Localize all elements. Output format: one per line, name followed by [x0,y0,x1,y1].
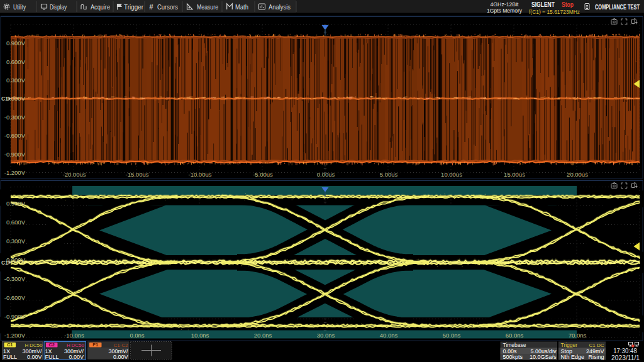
svg-text:10.0GSa/s: 10.0GSa/s [530,354,557,360]
svg-text:2023/11/1: 2023/11/1 [611,354,640,361]
svg-text:-0.900V: -0.900V [4,151,26,158]
svg-text:C2: C2 [48,342,55,348]
svg-text:Analysis: Analysis [269,3,291,11]
svg-text:Math: Math [235,3,248,11]
svg-text:0.00V: 0.00V [69,354,84,360]
svg-text:0.00us: 0.00us [317,171,335,178]
svg-text:C1: C1 [1,96,8,102]
svg-text:Nth Edge: Nth Edge [561,354,585,360]
svg-text:C1: C1 [7,342,13,348]
svg-text:#: # [149,3,153,11]
svg-text:Utility: Utility [13,3,26,11]
svg-text:-1.200V: -1.200V [4,332,26,339]
svg-text:70.0ns: 70.0ns [569,332,587,339]
svg-text:SIGLENT: SIGLENT [531,1,555,8]
svg-text:-0.300V: -0.300V [4,275,26,282]
svg-text:-10.00us: -10.00us [189,171,212,178]
svg-text:Trigger: Trigger [124,3,143,11]
svg-text:Cursors: Cursors [157,3,178,11]
svg-text:60.0ns: 60.0ns [506,332,524,339]
svg-text:0.900V: 0.900V [6,40,26,47]
svg-text:H: H [67,343,70,348]
svg-text:Timebase: Timebase [503,342,526,348]
svg-text:Acquire: Acquire [91,3,110,11]
svg-text:-5.00us: -5.00us [253,171,273,178]
svg-text:0.600V: 0.600V [6,58,26,65]
svg-text:500kpts: 500kpts [503,354,523,360]
svg-text:Measure: Measure [197,3,218,11]
svg-text:-1.200V: -1.200V [4,169,26,176]
svg-text:0.300V: 0.300V [6,238,26,244]
svg-text:COMPLIANCE TEST: COMPLIANCE TEST [595,3,640,11]
svg-text:Rising: Rising [588,354,604,360]
svg-text:C1: C1 [1,260,8,266]
svg-text:-15.00us: -15.00us [126,171,149,178]
svg-text:Trigger: Trigger [561,342,578,348]
svg-text:0.300V: 0.300V [6,77,26,84]
svg-text:0.00V: 0.00V [113,354,128,360]
svg-text:10.00us: 10.00us [441,171,462,178]
svg-text:Stop: Stop [562,1,574,8]
svg-text:0.00V: 0.00V [27,354,42,360]
svg-text:DC50: DC50 [30,343,43,348]
svg-text:f(C1) = 15.61723MHz: f(C1) = 15.61723MHz [529,8,580,15]
svg-text:DC50: DC50 [72,343,85,348]
svg-text:30.0ns: 30.0ns [317,332,335,339]
svg-text:10.0ns: 10.0ns [191,332,209,339]
svg-text:-20.00us: -20.00us [63,171,86,178]
svg-text:4GHz-12Bit: 4GHz-12Bit [491,1,519,8]
svg-text:5.00us: 5.00us [380,171,398,178]
svg-text:C1-C2: C1-C2 [113,343,128,348]
svg-text:C1 DC: C1 DC [589,343,604,348]
svg-text:Display: Display [50,3,67,11]
svg-text:0.600V: 0.600V [6,219,26,226]
svg-text:20.00us: 20.00us [567,171,588,178]
svg-text:15.00us: 15.00us [504,171,525,178]
svg-text:20.0ns: 20.0ns [254,332,272,339]
svg-text:0.900V: 0.900V [6,200,26,207]
svg-text:F1: F1 [92,342,98,348]
svg-text:-0.300V: -0.300V [4,114,26,121]
svg-text:50.0ns: 50.0ns [443,332,461,339]
svg-text:H: H [25,343,29,348]
svg-text:FULL: FULL [3,354,17,360]
svg-text:-10.0ns: -10.0ns [64,332,84,339]
svg-text:-0.600V: -0.600V [4,132,26,139]
svg-text:17:30:48: 17:30:48 [613,348,637,354]
svg-text:1Gpts Memory: 1Gpts Memory [487,8,522,14]
svg-text:FULL: FULL [45,354,59,360]
svg-text:-0.600V: -0.600V [4,294,26,301]
svg-text:40.0ns: 40.0ns [380,332,398,339]
svg-text:0.0ns: 0.0ns [130,332,144,339]
svg-text:-0.900V: -0.900V [4,313,26,320]
